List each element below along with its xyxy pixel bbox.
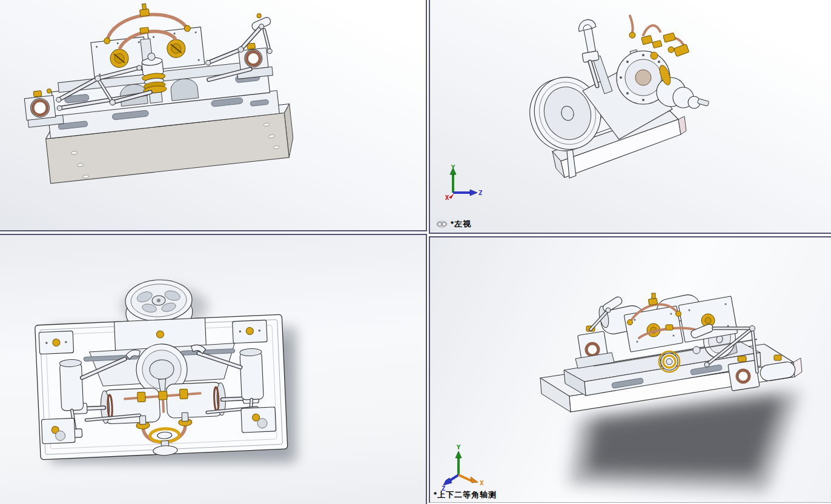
view-label-text: *上下二等角轴测 [434, 489, 497, 500]
axis-y-label: Y [457, 443, 461, 451]
link-icon [436, 220, 448, 228]
view-label-isometric[interactable]: *上下二等角轴测 [434, 489, 497, 500]
model-left-view[interactable] [430, 0, 831, 233]
graphics-area: Y Z X *左视 [0, 0, 831, 504]
viewport-isometric[interactable]: Y Z X *上下二等角轴测 [429, 236, 831, 503]
clevis-rod[interactable] [579, 19, 600, 86]
axis-z-label: Z [478, 189, 482, 197]
view-label-text: *左视 [451, 219, 471, 230]
orientation-triad: Y Z X [443, 164, 482, 202]
viewport-left-view[interactable]: Y Z X *左视 [429, 0, 831, 234]
left-bearing[interactable] [24, 90, 56, 121]
viewport-top-view[interactable] [0, 234, 427, 504]
view-label-left-view[interactable]: *左视 [436, 219, 471, 230]
brass-bolt[interactable] [47, 88, 51, 93]
model-top-view[interactable] [0, 235, 427, 504]
orientation-triad: Y Z X [439, 443, 486, 491]
axis-x-label: X [480, 479, 484, 487]
axis-y-label: Y [451, 164, 455, 171]
axis-x-label: X [445, 194, 449, 202]
viewport-front[interactable] [0, 0, 427, 231]
model-isometric-view[interactable] [430, 237, 831, 503]
model-front-view[interactable] [0, 0, 427, 230]
